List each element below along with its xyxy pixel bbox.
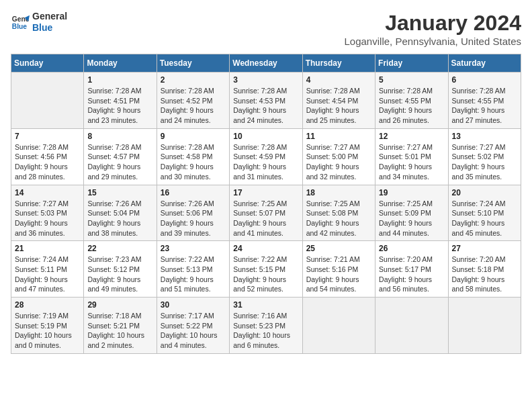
day-info: Sunrise: 7:28 AMSunset: 4:55 PMDaylight:…: [379, 86, 444, 126]
calendar-cell: 14Sunrise: 7:27 AMSunset: 5:03 PMDayligh…: [11, 185, 84, 241]
calendar-cell: 5Sunrise: 7:28 AMSunset: 4:55 PMDaylight…: [375, 73, 448, 129]
day-number: 5: [379, 75, 444, 85]
calendar-cell: 2Sunrise: 7:28 AMSunset: 4:52 PMDaylight…: [157, 73, 229, 129]
calendar-cell: 9Sunrise: 7:28 AMSunset: 4:58 PMDaylight…: [157, 128, 229, 185]
week-row-4: 21Sunrise: 7:24 AMSunset: 5:11 PMDayligh…: [11, 241, 521, 298]
day-info: Sunrise: 7:24 AMSunset: 5:11 PMDaylight:…: [15, 255, 80, 294]
day-number: 16: [161, 188, 226, 197]
day-number: 22: [87, 244, 152, 253]
day-number: 11: [306, 132, 371, 141]
title-block: January 2024 Loganville, Pennsylvania, U…: [345, 11, 522, 47]
day-number: 3: [233, 75, 298, 85]
header-day-sunday: Sunday: [11, 54, 84, 73]
day-info: Sunrise: 7:27 AMSunset: 5:01 PMDaylight:…: [379, 142, 444, 182]
calendar-cell: 10Sunrise: 7:28 AMSunset: 4:59 PMDayligh…: [230, 128, 302, 185]
header-day-wednesday: Wednesday: [230, 54, 302, 73]
day-number: 15: [87, 188, 152, 197]
day-number: 13: [452, 132, 517, 141]
day-info: Sunrise: 7:20 AMSunset: 5:17 PMDaylight:…: [379, 255, 444, 294]
day-number: 17: [233, 188, 298, 197]
day-info: Sunrise: 7:25 AMSunset: 5:08 PMDaylight:…: [306, 199, 371, 238]
day-number: 7: [15, 132, 80, 141]
calendar-cell: 24Sunrise: 7:22 AMSunset: 5:15 PMDayligh…: [230, 241, 302, 298]
day-info: Sunrise: 7:28 AMSunset: 4:58 PMDaylight:…: [161, 142, 226, 182]
header-day-thursday: Thursday: [302, 54, 375, 73]
calendar-cell: 16Sunrise: 7:26 AMSunset: 5:06 PMDayligh…: [157, 185, 229, 241]
calendar-cell: 31Sunrise: 7:16 AMSunset: 5:23 PMDayligh…: [230, 298, 302, 354]
day-info: Sunrise: 7:18 AMSunset: 5:21 PMDaylight:…: [87, 311, 152, 351]
calendar-cell: 29Sunrise: 7:18 AMSunset: 5:21 PMDayligh…: [84, 298, 157, 354]
day-info: Sunrise: 7:28 AMSunset: 4:51 PMDaylight:…: [87, 86, 152, 126]
week-row-2: 7Sunrise: 7:28 AMSunset: 4:56 PMDaylight…: [11, 128, 521, 185]
day-number: 29: [87, 300, 152, 310]
day-info: Sunrise: 7:17 AMSunset: 5:22 PMDaylight:…: [161, 311, 226, 351]
calendar-cell: 12Sunrise: 7:27 AMSunset: 5:01 PMDayligh…: [375, 128, 448, 185]
calendar-cell: [448, 298, 521, 354]
day-number: 24: [233, 244, 298, 253]
header-row: SundayMondayTuesdayWednesdayThursdayFrid…: [11, 54, 521, 73]
day-info: Sunrise: 7:28 AMSunset: 4:53 PMDaylight:…: [233, 86, 298, 126]
day-info: Sunrise: 7:16 AMSunset: 5:23 PMDaylight:…: [233, 311, 298, 351]
location: Loganville, Pennsylvania, United States: [345, 36, 522, 47]
svg-text:Blue: Blue: [12, 23, 28, 30]
page-header: General Blue General Blue January 2024 L…: [11, 11, 521, 47]
logo-line1: General: [32, 11, 67, 22]
day-number: 25: [306, 244, 371, 253]
day-number: 2: [161, 75, 226, 85]
month-title: January 2024: [345, 11, 522, 36]
calendar-cell: 28Sunrise: 7:19 AMSunset: 5:19 PMDayligh…: [11, 298, 84, 354]
day-number: 26: [379, 244, 444, 253]
day-info: Sunrise: 7:27 AMSunset: 5:02 PMDaylight:…: [452, 142, 517, 182]
week-row-3: 14Sunrise: 7:27 AMSunset: 5:03 PMDayligh…: [11, 185, 521, 241]
day-info: Sunrise: 7:25 AMSunset: 5:09 PMDaylight:…: [379, 199, 444, 238]
day-info: Sunrise: 7:28 AMSunset: 4:52 PMDaylight:…: [161, 86, 226, 126]
calendar-cell: [302, 298, 375, 354]
day-number: 21: [15, 244, 80, 253]
day-info: Sunrise: 7:27 AMSunset: 5:00 PMDaylight:…: [306, 142, 371, 182]
day-number: 27: [452, 244, 517, 253]
day-number: 23: [161, 244, 226, 253]
calendar-cell: 6Sunrise: 7:28 AMSunset: 4:55 PMDaylight…: [448, 73, 521, 129]
calendar-table: SundayMondayTuesdayWednesdayThursdayFrid…: [11, 54, 521, 354]
header-day-friday: Friday: [375, 54, 448, 73]
week-row-5: 28Sunrise: 7:19 AMSunset: 5:19 PMDayligh…: [11, 298, 521, 354]
header-day-tuesday: Tuesday: [157, 54, 229, 73]
day-info: Sunrise: 7:28 AMSunset: 4:57 PMDaylight:…: [87, 142, 152, 182]
header-day-monday: Monday: [84, 54, 157, 73]
day-info: Sunrise: 7:25 AMSunset: 5:07 PMDaylight:…: [233, 199, 298, 238]
calendar-cell: 13Sunrise: 7:27 AMSunset: 5:02 PMDayligh…: [448, 128, 521, 185]
day-info: Sunrise: 7:26 AMSunset: 5:04 PMDaylight:…: [87, 199, 152, 238]
calendar-cell: 30Sunrise: 7:17 AMSunset: 5:22 PMDayligh…: [157, 298, 229, 354]
day-number: 8: [87, 132, 152, 141]
logo-line2: Blue: [32, 22, 67, 34]
day-number: 31: [233, 300, 298, 310]
calendar-cell: 11Sunrise: 7:27 AMSunset: 5:00 PMDayligh…: [302, 128, 375, 185]
day-info: Sunrise: 7:22 AMSunset: 5:15 PMDaylight:…: [233, 255, 298, 294]
day-number: 1: [87, 75, 152, 85]
calendar-cell: 8Sunrise: 7:28 AMSunset: 4:57 PMDaylight…: [84, 128, 157, 185]
week-row-1: 1Sunrise: 7:28 AMSunset: 4:51 PMDaylight…: [11, 73, 521, 129]
day-number: 28: [15, 300, 80, 310]
day-info: Sunrise: 7:23 AMSunset: 5:12 PMDaylight:…: [87, 255, 152, 294]
logo: General Blue General Blue: [11, 11, 67, 34]
day-number: 30: [161, 300, 226, 310]
day-number: 10: [233, 132, 298, 141]
calendar-cell: 20Sunrise: 7:24 AMSunset: 5:10 PMDayligh…: [448, 185, 521, 241]
day-info: Sunrise: 7:28 AMSunset: 4:59 PMDaylight:…: [233, 142, 298, 182]
day-info: Sunrise: 7:22 AMSunset: 5:13 PMDaylight:…: [161, 255, 226, 294]
day-info: Sunrise: 7:26 AMSunset: 5:06 PMDaylight:…: [161, 199, 226, 238]
day-number: 9: [161, 132, 226, 141]
day-info: Sunrise: 7:20 AMSunset: 5:18 PMDaylight:…: [452, 255, 517, 294]
logo-icon: General Blue: [11, 13, 30, 32]
day-number: 20: [452, 188, 517, 197]
calendar-cell: 18Sunrise: 7:25 AMSunset: 5:08 PMDayligh…: [302, 185, 375, 241]
calendar-cell: 21Sunrise: 7:24 AMSunset: 5:11 PMDayligh…: [11, 241, 84, 298]
calendar-cell: 22Sunrise: 7:23 AMSunset: 5:12 PMDayligh…: [84, 241, 157, 298]
calendar-cell: [11, 73, 84, 129]
calendar-cell: 23Sunrise: 7:22 AMSunset: 5:13 PMDayligh…: [157, 241, 229, 298]
day-info: Sunrise: 7:28 AMSunset: 4:55 PMDaylight:…: [452, 86, 517, 126]
day-number: 12: [379, 132, 444, 141]
calendar-cell: 7Sunrise: 7:28 AMSunset: 4:56 PMDaylight…: [11, 128, 84, 185]
calendar-cell: 4Sunrise: 7:28 AMSunset: 4:54 PMDaylight…: [302, 73, 375, 129]
day-info: Sunrise: 7:27 AMSunset: 5:03 PMDaylight:…: [15, 199, 80, 238]
